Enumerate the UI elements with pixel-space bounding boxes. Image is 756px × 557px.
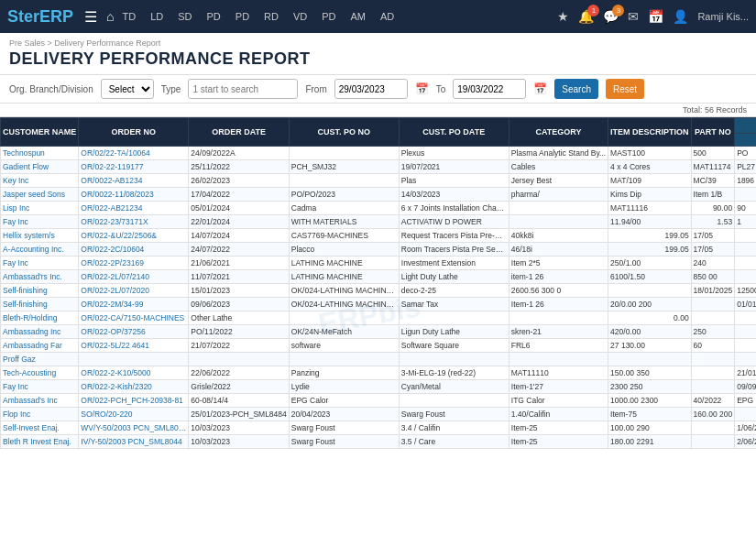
bell-icon[interactable]: 🔔1	[578, 9, 594, 24]
hamburger-icon[interactable]: ☰	[84, 8, 97, 26]
table-cell: WITH MATERIALS	[289, 215, 399, 229]
table-cell: IV/Y-50/2003 PCN_SML8044	[79, 435, 189, 449]
table-cell: Self-finishing	[1, 298, 79, 311]
table-cell: Kims Dip	[608, 188, 692, 202]
table-cell: 125000/5 100 165000/0	[735, 284, 756, 298]
table-cell: 17/05	[691, 243, 735, 257]
table-cell: 21/01/2023	[735, 366, 756, 380]
table-row: Fay IncOR/022-2-Kish/2320Grisle/2022Lydi…	[1, 380, 757, 394]
nav-pd3[interactable]: PD	[319, 9, 338, 24]
search-button[interactable]: Search	[554, 79, 598, 99]
org-label: Org. Branch/Division	[9, 84, 93, 94]
col-item-desc: ITEM DESCRIPTION	[608, 118, 692, 147]
home-icon[interactable]: ⌂	[106, 9, 114, 24]
table-cell: WV/Y-50/2003 PCN_SML8044	[79, 421, 189, 435]
table-cell: Samar Tax	[399, 298, 509, 311]
table-cell: Panzing	[289, 366, 399, 380]
chat-icon[interactable]: 💬3	[603, 9, 619, 24]
from-date-input[interactable]	[334, 79, 408, 99]
table-cell: 199.05	[608, 243, 692, 257]
table-cell: 199.05	[608, 229, 692, 243]
table-cell: 25/11/2022	[189, 160, 289, 174]
table-cell	[691, 421, 735, 435]
table-cell	[691, 353, 735, 366]
table-cell: EPG Calor	[735, 394, 756, 408]
table-cell: Item-25	[509, 435, 608, 449]
table-cell	[735, 325, 756, 339]
nav-vd[interactable]: VD	[290, 9, 310, 24]
col-cust-po-no: CUST. PO NO	[289, 118, 399, 147]
table-row: Jasper seed SonsOR/0022-11/08/202317/04/…	[1, 188, 757, 202]
col-order-date: ORDER DATE	[189, 118, 289, 147]
username-display[interactable]: Ramji Kis...	[697, 11, 749, 22]
table-cell: 15/01/2023	[189, 284, 289, 298]
table-cell: MAT11174	[691, 160, 735, 174]
table-cell: CAS7769-MACHINES	[289, 229, 399, 243]
table-cell	[735, 257, 756, 270]
table-cell	[691, 435, 735, 449]
nav-pd2[interactable]: PD	[233, 9, 252, 24]
from-calendar-icon[interactable]: 📅	[415, 82, 429, 95]
table-cell: OR/022-5L/22 4641	[79, 339, 189, 353]
chat-badge: 3	[612, 5, 624, 16]
table-cell: Cables	[509, 160, 608, 174]
table-cell	[608, 353, 692, 366]
star-icon[interactable]: ★	[557, 9, 569, 24]
table-cell: 250	[691, 325, 735, 339]
nav-ld[interactable]: LD	[148, 9, 166, 24]
table-cell: OR/022-2-Kish/2320	[79, 380, 189, 394]
nav-td[interactable]: TD	[120, 9, 139, 24]
table-cell: 150.00 350	[608, 366, 692, 380]
table-cell: 3.4 / Califin	[399, 421, 509, 435]
table-cell: OR/022-23/73171X	[79, 215, 189, 229]
table-cell: OR/02/22-TA/10064	[79, 147, 189, 160]
table-cell: 1896	[735, 174, 756, 188]
table-cell: 3.5 / Care	[399, 435, 509, 449]
table-cell: 01/01/2025	[735, 298, 756, 311]
table-cell: 40/2022	[691, 394, 735, 408]
table-cell: Light Duty Lathe	[399, 270, 509, 284]
table-cell: 6100/1.50	[608, 270, 692, 284]
nav-pd1[interactable]: PD	[204, 9, 224, 24]
table-cell: 90.00	[691, 202, 735, 215]
table-cell: SO/RO/20-220	[79, 408, 189, 421]
nav-am[interactable]: AM	[348, 9, 369, 24]
table-cell: 1.40/Califin	[509, 408, 608, 421]
breadcrumb: Pre Sales > Delivery Performance Report	[9, 38, 747, 48]
email-icon[interactable]: ✉	[628, 9, 639, 24]
nav-icon-group: ★ 🔔1 💬3 ✉ 📅 👤 Ramji Kis...	[557, 9, 749, 24]
top-navigation: SterERP ☰ ⌂ TD LD SD PD PD RD VD PD AM A…	[0, 0, 756, 33]
table-cell: Fay Inc	[1, 215, 79, 229]
calendar-icon[interactable]: 📅	[648, 9, 663, 24]
table-cell: 850 00	[691, 270, 735, 284]
nav-rd[interactable]: RD	[261, 9, 281, 24]
table-cell: OR/022-AB21234	[79, 202, 189, 215]
table-cell: Ambassadng Far	[1, 339, 79, 353]
table-cell: 100.00 290	[608, 421, 692, 435]
table-cell: 14/07/2024	[189, 229, 289, 243]
col-cust-po-date: CUST. PO DATE	[399, 118, 509, 147]
nav-sd[interactable]: SD	[175, 9, 194, 24]
reset-button[interactable]: Reset	[606, 79, 644, 99]
table-row: Hellix system/sOR/022-&U/22/2506&14/07/2…	[1, 229, 757, 243]
table-container[interactable]: CUSTOMER NAME ORDER NO ORDER DATE CUST. …	[0, 117, 756, 557]
table-cell: 250/1.00	[608, 257, 692, 270]
nav-ad[interactable]: AD	[378, 9, 397, 24]
table-cell: Plexus	[399, 147, 509, 160]
user-icon[interactable]: 👤	[673, 9, 688, 24]
table-cell: MC/39	[691, 174, 735, 188]
to-calendar-icon[interactable]: 📅	[533, 82, 547, 95]
table-row: Ambassadng FarOR/022-5L/22 464121/07/202…	[1, 339, 757, 353]
filter-bar: Org. Branch/Division Select Type From 📅 …	[0, 75, 756, 104]
table-cell: Software Square	[399, 339, 509, 353]
table-cell: 46/18i	[509, 243, 608, 257]
col-group-purchase-order: PURCHASE ORDER	[735, 118, 756, 134]
table-cell: 6 x 7 Joints Installation Charges	[399, 202, 509, 215]
type-label: Type	[161, 84, 181, 94]
table-cell: OR/022-2M/34-99	[79, 298, 189, 311]
table-cell: 2600.56 300 0	[509, 284, 608, 298]
type-search-input[interactable]	[188, 79, 298, 99]
table-cell: MAT11116	[608, 202, 692, 215]
to-date-input[interactable]	[453, 79, 526, 99]
org-select[interactable]: Select	[101, 79, 154, 99]
